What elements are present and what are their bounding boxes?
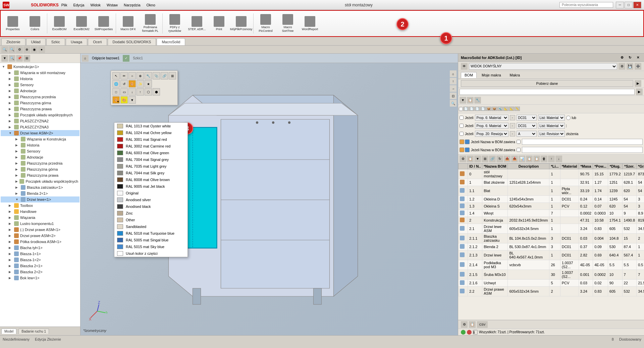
tree-item-9[interactable]: ▶PŁASZCZYZNA2 (1, 118, 79, 124)
view-settings[interactable]: ⚙ (619, 63, 625, 70)
filter-icon1[interactable]: ▼ (460, 97, 466, 104)
rp-tab-bom[interactable]: BOM (461, 72, 477, 78)
tree-item-5[interactable]: ▶Płaszczyzna przednia (1, 94, 79, 100)
ft-rotate[interactable]: ↺ (120, 80, 128, 88)
filter-val-3[interactable]: A (517, 131, 537, 137)
col-header-li[interactable]: *Li... (549, 164, 560, 169)
color-item-5[interactable]: RAL 7004 mat Signal grey (114, 156, 187, 163)
table-row[interactable]: 1.1Blat1Płyta wiór...33.191.74123962054 (459, 186, 644, 196)
col-header-dlug[interactable]: *Dług. (608, 164, 622, 169)
tab-model[interactable]: Model (1, 329, 16, 334)
ft-color[interactable]: 🎨 (128, 80, 136, 88)
bom-settings[interactable]: ⚙ (460, 156, 466, 162)
table-row[interactable]: 2.1.3Drzwi leweBL 640.4x567.4x1.0mm1DC01… (459, 250, 644, 260)
tree-item-29[interactable]: ▶Półka środkowa ASM<1> (1, 239, 79, 245)
table-row[interactable]: 2Konstrukcja2032.8x1145.9x819mm147.3110.… (459, 217, 644, 224)
ft-square[interactable]: □ (112, 88, 120, 96)
table-row[interactable]: 2.1Drzwi lewe ASM605x532x34.5mm13.240.83… (459, 224, 644, 234)
filter-prop-3[interactable]: Prop. 20: Rewizja (475, 131, 508, 137)
tab-uwaga[interactable]: Uwaga (66, 38, 87, 45)
color-item-14[interactable]: Other (114, 217, 187, 223)
tree-item-35[interactable]: ▶Bok lew<1> (1, 275, 79, 281)
tree-item-10[interactable]: ▶PŁASZCZYZNA3 (1, 124, 79, 130)
ft-tools[interactable]: 🔧 (145, 72, 152, 79)
ft-pin[interactable]: 📎 (153, 72, 160, 79)
ribbon-print[interactable]: Print (208, 12, 230, 35)
vp-accept[interactable]: ✓ (123, 55, 129, 62)
tb-btn4[interactable]: ⊕ (23, 46, 30, 53)
table-row[interactable]: 2.1.5Śruba M3x10301.0037 (S2...0.0010.00… (459, 270, 644, 280)
minimize-button[interactable]: ─ (616, 2, 624, 8)
table-row[interactable]: 2.1.6Uchwyt5PCV0.030.02902221.5 (459, 280, 644, 287)
tree-pin-btn[interactable]: 📌 (16, 55, 23, 62)
ribbon-excelbom[interactable]: ExcelBOM (49, 12, 70, 35)
close-button[interactable]: ✕ (633, 2, 641, 8)
col-header-mat[interactable]: *Material (560, 164, 579, 169)
bom-export[interactable]: 📤 (504, 156, 511, 162)
table-row[interactable]: 0stół montażowy190.7515.151779.21219.787… (459, 169, 644, 179)
vp-orient[interactable]: ⌂ (82, 55, 89, 62)
tab-badanie[interactable]: Badanie ruchu 1 (18, 329, 49, 334)
tree-item-22[interactable]: ▼Drzwi lewe<1> (1, 196, 79, 202)
filter-cb-2[interactable] (460, 124, 464, 128)
tree-item-20[interactable]: ▶Blaszka zatrzasku<1> (1, 184, 79, 190)
filter-list-1[interactable]: List: Material (538, 115, 565, 121)
bom-down[interactable]: ↓ (555, 156, 562, 162)
table-row[interactable]: 2.1.1Blaszka zatrzaskuBL 104.8x15.0x2.0m… (459, 234, 644, 243)
tab-ocene[interactable]: Oceń (88, 38, 107, 45)
col-header-desc[interactable]: Description (508, 164, 549, 169)
ft-box[interactable]: ⬡ (145, 88, 152, 96)
bom-link[interactable]: 🔗 (489, 156, 496, 162)
color-item-2[interactable]: RAL 3001 mat Signal red (114, 136, 187, 143)
bom-csv[interactable]: CSV (477, 321, 488, 328)
maximize-button[interactable]: □ (625, 2, 633, 8)
tree-item-34[interactable]: ▶Blaszka 2<2> (1, 269, 79, 275)
tree-item-23[interactable]: ▶Toolbox (1, 202, 79, 209)
ft-hex[interactable]: ⬢ (153, 88, 160, 96)
tab-zlozenie[interactable]: Złożenie (1, 38, 25, 45)
bom-table-view[interactable]: 📋 (467, 156, 474, 162)
filter-op-btn-3[interactable]: - (510, 131, 515, 136)
color-item-4[interactable]: RAL 6003 mat Olive green (114, 150, 187, 156)
tb-search2[interactable]: 🔍 (9, 46, 15, 53)
nazwa-cb-1[interactable] (517, 140, 521, 144)
ft-circle[interactable]: ○ (128, 72, 136, 79)
tree-item-31[interactable]: ▶Blasza-1<1> (1, 251, 79, 257)
tree-item-16[interactable]: ▶Płaszczyzna przednia (1, 160, 79, 166)
ft-down[interactable]: ↓ (128, 88, 136, 96)
filter-list-3[interactable]: List: Revision (538, 131, 565, 137)
menu-okno[interactable]: Okno (144, 2, 158, 8)
ribbon-pdfz[interactable]: PDFy z rysunków (164, 12, 185, 35)
ribbon-properties[interactable]: Properties (2, 12, 23, 35)
ribbon-excelbom2[interactable]: ExcelBOM2 (71, 12, 92, 35)
filter-icon2[interactable]: 📋 (467, 97, 474, 104)
tree-item-13[interactable]: ▶Historia (1, 142, 79, 148)
ft-arrow2[interactable]: ▼ (128, 96, 136, 104)
ft-color2[interactable]: 🎨 (120, 96, 128, 104)
tab-dodatki[interactable]: Dodatki SOLIDWORKS (108, 38, 156, 45)
color-item-18[interactable]: RAL 5015 mat Sky blue (114, 243, 187, 250)
color-item-6[interactable]: RAL 7035 mat Light grey (114, 163, 187, 170)
tree-search-btn[interactable]: 🔍 (9, 55, 15, 62)
tb-btn3[interactable]: ⚙ (16, 46, 23, 53)
ft-link[interactable]: 🔗 (161, 72, 168, 79)
tree-item-25[interactable]: ▶Wiązania (1, 215, 79, 221)
color-item-8[interactable]: RAL 8008 mat Olive brown (114, 176, 187, 183)
table-row[interactable]: 1.2Okleina D1245x54x3mm1DC010.240.141245… (459, 196, 644, 203)
rp-tab-makra[interactable]: Makra (506, 72, 524, 78)
view-top[interactable]: ↑ (450, 78, 457, 84)
filter-op-btn-1[interactable]: - (510, 115, 515, 120)
menu-edycja[interactable]: Edycja (70, 2, 87, 8)
col-header-pow[interactable]: *Pow... (593, 164, 608, 169)
color-item-1[interactable]: RAL 1024 mat Ochre yellow (114, 129, 187, 136)
filter-input[interactable] (460, 89, 635, 95)
tree-item-27[interactable]: ▶(-) Drzwi prawe ASM<1> (1, 227, 79, 233)
tree-item-4[interactable]: ▶Adnotacje (1, 88, 79, 94)
table-row[interactable]: 2.1.4Podkładka pod M3vcbcvb261.0037 (S2.… (459, 260, 644, 270)
tree-item-30[interactable]: ▶Blacha tył<1> (1, 245, 79, 251)
bom-copy[interactable]: 📋 (526, 156, 533, 162)
pobierz-expand[interactable]: ▶ (635, 80, 641, 87)
tree-item-3[interactable]: ▶Sensory (1, 82, 79, 88)
menu-widok[interactable]: Widok (88, 2, 103, 8)
tb-btn5[interactable]: ◉ (31, 46, 38, 53)
